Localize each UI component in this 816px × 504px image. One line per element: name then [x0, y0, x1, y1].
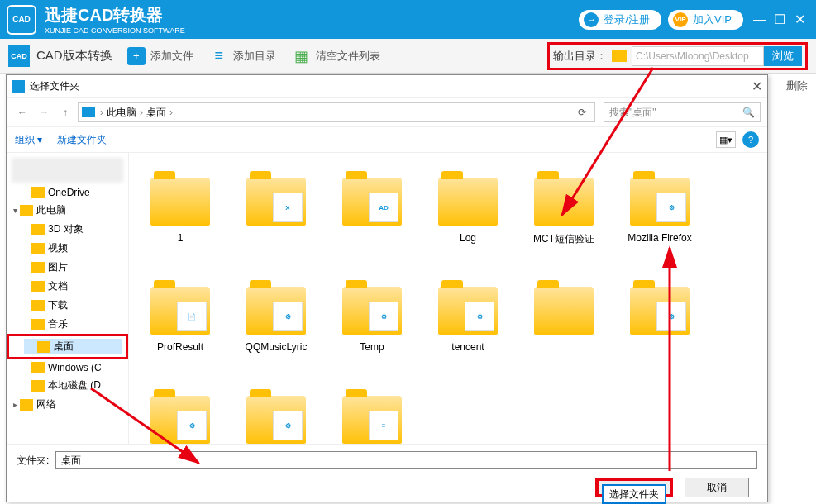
main-toolbar: CAD CAD版本转换 + 添加文件 ≡ 添加目录 ▦ 清空文件列表 输出目录：…	[0, 39, 816, 74]
search-field[interactable]: 搜索"桌面" 🔍	[604, 102, 761, 122]
tree-node[interactable]: OneDrive	[7, 184, 128, 201]
vip-label: 加入VIP	[693, 12, 732, 27]
search-placeholder: 搜索"桌面"	[609, 106, 656, 120]
tree-node[interactable]: 音乐	[7, 315, 128, 334]
dialog-close-button[interactable]: ✕	[752, 78, 762, 94]
pc-icon	[82, 107, 95, 117]
add-file-label: 添加文件	[150, 49, 193, 64]
folder-item[interactable]: ⚙tencent	[425, 270, 511, 376]
dialog-options: 组织 ▾ 新建文件夹 ▦▾ ?	[7, 126, 767, 153]
organize-menu[interactable]: 组织 ▾	[15, 133, 42, 147]
new-folder-button[interactable]: 新建文件夹	[57, 133, 107, 147]
cad-icon: CAD	[8, 45, 30, 67]
tree-node[interactable]: ▾此电脑	[7, 201, 128, 220]
tree-node[interactable]: 视频	[7, 239, 128, 258]
folder-item[interactable]	[521, 270, 607, 376]
folder-item[interactable]: ≡	[329, 379, 415, 444]
minimize-button[interactable]: —	[750, 12, 770, 27]
tree-node[interactable]: 图片	[7, 258, 128, 277]
tree-node[interactable]: 桌面	[7, 334, 128, 359]
folder-item[interactable]: AD	[329, 161, 415, 267]
add-dir-label: 添加目录	[233, 49, 276, 64]
mode-label: CAD CAD版本转换	[8, 45, 112, 67]
login-button[interactable]: → 登录/注册	[579, 10, 661, 30]
folder-tree[interactable]: OneDrive▾此电脑3D 对象视频图片文档下载音乐桌面Windows (C本…	[7, 153, 129, 444]
dialog-navbar: ← → ↑ › 此电脑 › 桌面 › ⟳ 搜索"桌面" 🔍	[7, 98, 767, 126]
plus-icon: +	[127, 47, 146, 65]
tree-node[interactable]: 文档	[7, 277, 128, 296]
delete-button[interactable]: 删除	[786, 78, 808, 93]
folder-item[interactable]: ⚙QQMusicLyric	[233, 270, 319, 376]
dialog-footer: 文件夹: 选择文件夹 取消	[7, 444, 767, 501]
tree-node[interactable]: 3D 对象	[7, 220, 128, 239]
folder-item[interactable]: ⚙Temp	[329, 270, 415, 376]
app-subtitle: XUNJIE CAD CONVERSION SOFTWARE	[45, 26, 185, 35]
folder-item[interactable]: ⚙	[137, 379, 223, 444]
help-button[interactable]: ?	[742, 131, 759, 148]
folder-item[interactable]: ⚙	[233, 379, 319, 444]
folder-item[interactable]: ⚙	[617, 270, 703, 376]
folder-grid[interactable]: 1XADLogMCT短信验证⚙Mozilla Firefox📄ProfResul…	[129, 153, 767, 444]
select-folder-button[interactable]: 选择文件夹	[602, 484, 666, 504]
tree-node[interactable]: 下载	[7, 296, 128, 315]
browse-button[interactable]: 浏览	[764, 46, 802, 66]
add-dir-button[interactable]: ≡ 添加目录	[210, 47, 276, 65]
dialog-titlebar: 选择文件夹 ✕	[7, 75, 767, 98]
app-logo: CAD	[7, 5, 36, 35]
folder-item[interactable]: X	[233, 161, 319, 267]
folder-field-label: 文件夹:	[17, 454, 49, 468]
breadcrumb[interactable]: › 此电脑 › 桌面 › ⟳	[78, 102, 595, 122]
vip-button[interactable]: VIP 加入VIP	[668, 10, 743, 30]
dialog-icon	[12, 80, 25, 93]
crumb-desktop[interactable]: 桌面	[143, 106, 169, 120]
tree-node[interactable]: Windows (C	[7, 359, 128, 376]
app-title: 迅捷CAD转换器	[45, 4, 185, 26]
folder-item[interactable]: MCT短信验证	[521, 161, 607, 267]
tree-node[interactable]: ▸网络	[7, 395, 128, 414]
folder-item[interactable]: 📄ProfResult	[137, 270, 223, 376]
folder-icon	[612, 50, 627, 62]
output-dir-box: 输出目录： C:\Users\Mloong\Desktop 浏览	[547, 42, 808, 70]
select-folder-highlight: 选择文件夹	[595, 478, 673, 497]
cancel-button[interactable]: 取消	[685, 478, 749, 497]
folder-name-input[interactable]	[55, 451, 757, 469]
vip-icon: VIP	[673, 12, 688, 27]
clear-label: 清空文件列表	[316, 49, 380, 64]
refresh-button[interactable]: ⟳	[573, 103, 591, 121]
arrow-icon: →	[584, 12, 599, 27]
mode-text: CAD版本转换	[36, 48, 112, 64]
clear-button[interactable]: ▦ 清空文件列表	[293, 47, 380, 65]
view-button[interactable]: ▦▾	[716, 131, 736, 148]
output-label: 输出目录：	[553, 49, 607, 64]
crumb-pc[interactable]: 此电脑	[103, 106, 140, 120]
back-button[interactable]: ←	[13, 103, 31, 121]
maximize-button[interactable]: ☐	[770, 12, 790, 27]
title-bar: CAD 迅捷CAD转换器 XUNJIE CAD CONVERSION SOFTW…	[0, 0, 816, 39]
search-icon: 🔍	[742, 107, 755, 118]
output-path-field[interactable]: C:\Users\Mloong\Desktop	[632, 46, 764, 66]
grid-icon: ▦	[293, 47, 311, 65]
tree-node[interactable]: 本地磁盘 (D	[7, 376, 128, 395]
folder-item[interactable]: 1	[137, 161, 223, 267]
up-button[interactable]: ↑	[56, 103, 74, 121]
folder-item[interactable]: ⚙Mozilla Firefox	[617, 161, 703, 267]
close-button[interactable]: ✕	[790, 12, 809, 27]
dialog-title-text: 选择文件夹	[30, 79, 79, 93]
list-icon: ≡	[210, 47, 228, 65]
login-label: 登录/注册	[604, 12, 650, 27]
forward-button[interactable]: →	[35, 103, 53, 121]
add-file-button[interactable]: + 添加文件	[127, 47, 193, 65]
folder-picker-dialog: 选择文件夹 ✕ ← → ↑ › 此电脑 › 桌面 › ⟳ 搜索"桌面" 🔍 组织…	[6, 74, 768, 502]
folder-item[interactable]: Log	[425, 161, 511, 267]
app-title-block: 迅捷CAD转换器 XUNJIE CAD CONVERSION SOFTWARE	[45, 4, 185, 35]
